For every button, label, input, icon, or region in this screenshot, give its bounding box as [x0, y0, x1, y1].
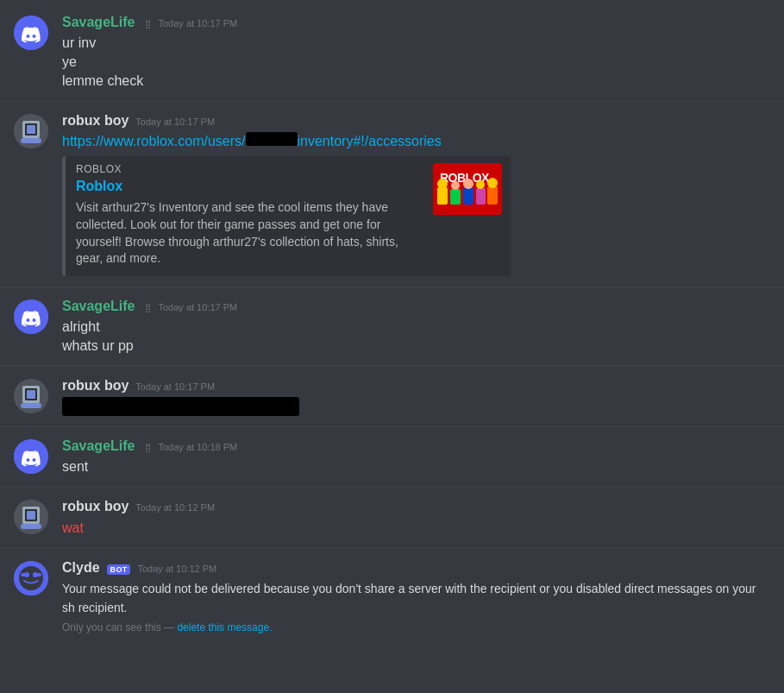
username-robuxboy-2: robux boy [62, 377, 129, 394]
timestamp-3: Today at 10:17 PM [158, 302, 237, 312]
link-prefix: https://www.roblox.com/users/ [62, 134, 246, 148]
timestamp-1: Today at 10:17 PM [158, 18, 237, 28]
message-text-1: ur inv ye lemme check [62, 34, 770, 91]
username-savagelife-3: SavageLife [62, 438, 135, 454]
separator-2 [0, 287, 784, 287]
robux-avatar-icon-2 [14, 379, 48, 413]
message-content-6: robux boy Today at 10:12 PM wat [62, 498, 770, 537]
roblox-thumb-svg: ROBLOX [433, 163, 502, 215]
clyde-icon [14, 561, 48, 595]
message-text-5: sent [62, 457, 770, 476]
svg-rect-16 [487, 186, 498, 205]
timestamp-5: Today at 10:18 PM [158, 442, 237, 452]
messages-container: SavageLife ⣿ Today at 10:17 PM ur inv ye… [0, 0, 784, 648]
svg-rect-28 [27, 511, 35, 520]
message-group-5: SavageLife ⣿ Today at 10:18 PM sent [0, 434, 784, 480]
username-robuxboy-3: robux boy [62, 498, 129, 514]
msg4-redacted [62, 397, 299, 416]
embed-body: ROBLOX Roblox Visit arthur27's Inventory… [76, 163, 419, 267]
separator-5 [0, 487, 784, 488]
status-icon-3: ⣿ [145, 303, 151, 312]
status-icon-1: ⣿ [145, 19, 151, 28]
svg-rect-8 [437, 187, 448, 205]
message-text-6: wat [62, 519, 770, 538]
avatar-savagelife-3 [14, 439, 48, 474]
message-group-3: SavageLife ⣿ Today at 10:17 PM alright w… [0, 294, 784, 359]
message-header-7: Clyde BOT Today at 10:12 PM [62, 559, 770, 576]
message-header-2: robux boy Today at 10:17 PM [62, 112, 770, 129]
msg5-line1: sent [62, 457, 770, 476]
message-content-5: SavageLife ⣿ Today at 10:18 PM sent [62, 438, 770, 476]
separator-3 [0, 366, 784, 367]
robux-avatar-icon-3 [14, 500, 48, 534]
embed-description: Visit arthur27's Inventory and see the c… [76, 199, 419, 267]
delete-this-message-link[interactable]: delete this message. [177, 621, 272, 633]
only-you-container: Only you can see this — delete this mess… [62, 621, 770, 635]
timestamp-2: Today at 10:17 PM [135, 117, 215, 127]
message-text-7: Your message could not be delivered beca… [62, 579, 770, 635]
avatar-robuxboy-3 [14, 500, 48, 534]
avatar-robuxboy-1 [14, 114, 48, 148]
msg3-line2: whats ur pp [62, 337, 770, 356]
embed-roblox: ROBLOX Roblox Visit arthur27's Inventory… [62, 156, 511, 275]
msg1-line1: ur inv [62, 34, 770, 53]
separator-1 [0, 101, 784, 102]
separator-4 [0, 426, 784, 427]
message-header-4: robux boy Today at 10:17 PM [62, 377, 770, 394]
timestamp-7: Today at 10:12 PM [137, 564, 216, 574]
svg-rect-12 [463, 187, 474, 205]
link-suffix: inventory#!/accessories [298, 134, 442, 148]
separator-6 [0, 548, 784, 549]
message-text-4 [62, 397, 770, 416]
roblox-link[interactable]: https://www.roblox.com/users/ inventory#… [62, 134, 442, 148]
avatar-robuxboy-2 [14, 379, 48, 413]
username-savagelife: SavageLife [62, 14, 135, 30]
status-icon-5: ⣿ [145, 443, 151, 452]
discord-logo-icon-2 [14, 299, 48, 334]
clyde-error-message: Your message could not be delivered beca… [62, 582, 756, 614]
message-text-3: alright whats ur pp [62, 318, 770, 356]
svg-point-13 [463, 179, 474, 189]
roblox-thumb-image: ROBLOX [433, 163, 502, 215]
svg-rect-10 [450, 189, 461, 205]
username-clyde: Clyde [62, 559, 100, 576]
robux-avatar-icon [14, 114, 48, 148]
timestamp-4: Today at 10:17 PM [135, 381, 215, 392]
timestamp-6: Today at 10:12 PM [135, 502, 215, 513]
msg1-line3: lemme check [62, 72, 770, 91]
svg-rect-22 [27, 390, 35, 399]
username-savagelife-2: SavageLife [62, 298, 135, 314]
message-header-1: SavageLife ⣿ Today at 10:17 PM [62, 14, 770, 30]
discord-logo-icon-3 [14, 439, 48, 474]
message-header-6: robux boy Today at 10:12 PM [62, 498, 770, 514]
svg-rect-35 [36, 573, 41, 576]
svg-point-11 [451, 181, 460, 190]
message-group-4: robux boy Today at 10:17 PM [0, 374, 784, 419]
avatar-clyde [14, 561, 48, 595]
message-content-3: SavageLife ⣿ Today at 10:17 PM alright w… [62, 298, 770, 356]
message-group-6: robux boy Today at 10:12 PM wat [0, 495, 784, 540]
svg-rect-14 [476, 188, 486, 205]
msg6-wat: wat [62, 519, 770, 538]
message-group-2: robux boy Today at 10:17 PM https://www.… [0, 109, 784, 280]
embed-thumbnail: ROBLOX [433, 163, 502, 215]
svg-rect-34 [21, 573, 26, 576]
embed-title[interactable]: Roblox [76, 179, 419, 194]
only-you-text: Only you can see this — [62, 621, 174, 633]
svg-point-31 [19, 566, 43, 590]
svg-rect-23 [21, 403, 41, 408]
link-redacted [246, 132, 298, 146]
svg-rect-29 [21, 524, 41, 529]
svg-rect-4 [27, 125, 35, 134]
embed-provider: ROBLOX [76, 163, 419, 175]
avatar-savagelife-2 [14, 299, 48, 334]
username-robuxboy-1: robux boy [62, 112, 129, 129]
message-group-1: SavageLife ⣿ Today at 10:17 PM ur inv ye… [0, 10, 784, 94]
msg3-line1: alright [62, 318, 770, 337]
svg-point-17 [487, 178, 498, 188]
message-content-1: SavageLife ⣿ Today at 10:17 PM ur inv ye… [62, 14, 770, 91]
bot-badge: BOT [107, 564, 131, 575]
msg1-line2: ye [62, 53, 770, 72]
message-content-4: robux boy Today at 10:17 PM [62, 377, 770, 416]
message-content-2: robux boy Today at 10:17 PM https://www.… [62, 112, 770, 276]
